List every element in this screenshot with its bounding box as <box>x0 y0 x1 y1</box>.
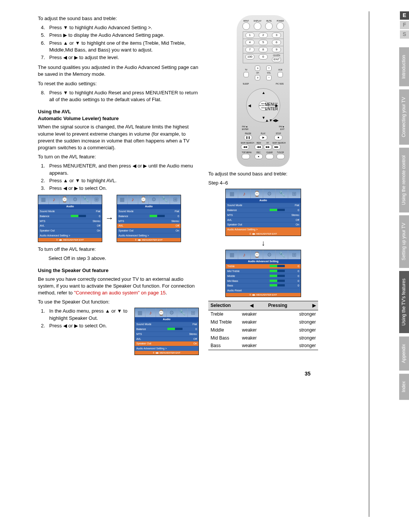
avl-desc: When the signal source is changed, the A… <box>38 124 199 151</box>
left-column: To adjust the sound bass and treble: 4.P… <box>38 15 199 355</box>
steps-reset: 8.Press ▼ to highlight Audio Reset and p… <box>41 89 199 103</box>
caption-adjust: To adjust the sound bass and treble: <box>208 171 318 177</box>
dpad-left-icon: ◀ <box>248 103 251 108</box>
table-row: Middleweakerstronger <box>208 326 318 334</box>
link-connecting-audio: "Connecting an audio system" on page 15 <box>74 290 165 296</box>
lang-tab-s: S <box>400 30 409 39</box>
osd-menu-avl-before: ▦♪⌚ ⚙🔧⊞AudioSound ModeFlatBalance0MTSSte… <box>38 195 102 242</box>
chapter-tab: Connecting your TV <box>399 89 409 145</box>
reset-intro: To reset the audio settings: <box>38 80 199 87</box>
avl-on-intro: To turn on the AVL feature: <box>38 153 199 160</box>
manual-page: To adjust the sound bass and treble: 4.P… <box>0 0 329 393</box>
dpad-up-icon: ▲ <box>262 90 265 95</box>
remote-input-button <box>242 22 250 30</box>
table-row: Mid Bassweakerstronger <box>208 334 318 342</box>
table-row: Bassweakerstronger <box>208 342 318 350</box>
speaker-out-desc: Be sure you have correctly connected you… <box>38 276 199 297</box>
chapter-tab: Using the TV's features <box>399 271 409 333</box>
caption-step: Step 4–6 <box>208 180 318 186</box>
page-number: 35 <box>38 370 311 378</box>
remote-control-diagram: INPUT DISPLAY MUTE POWER 123 456 789 100… <box>237 15 290 167</box>
osd-stack-right: ▦♪⌚ ⚙🔧⊞AudioSound ModeFlatBalance0MTSSte… <box>208 189 318 297</box>
note-saved: The sound qualities you adjusted in the … <box>38 64 199 78</box>
callout-menu-enter: MENU/ ENTER <box>265 102 279 111</box>
chapter-tab: Setting up your TV <box>399 215 409 268</box>
remote-stop-button: ■ <box>274 135 283 140</box>
remote-mute-button <box>265 22 273 30</box>
osd-avl-before-after: ▦♪⌚ ⚙🔧⊞AudioSound ModeFlatBalance0MTSSte… <box>38 195 199 242</box>
speaker-out-use: To use the Speaker Out function: <box>38 299 199 305</box>
heading-avl: Using the AVL Automatic Volume Leveler) … <box>38 108 199 122</box>
remote-callouts: MENU/ ENTER ▲▼◀▶ <box>265 102 279 130</box>
vertical-divider <box>369 11 369 517</box>
remote-display-button <box>254 22 261 30</box>
selection-table: Selection ◀ Pressing ▶ Trebleweakerstron… <box>208 301 318 350</box>
avl-off-intro: To turn off the AVL feature: <box>38 246 199 253</box>
lang-tab-f: F <box>400 21 409 29</box>
vol-down-icon: − <box>266 75 272 80</box>
osd-menu-avl-after: ▦♪⌚ ⚙🔧⊞AudioSound ModeFlatBalance0MTSSte… <box>117 195 181 242</box>
heading-speaker-out: Using the Speaker Out feature <box>38 267 199 274</box>
intro-bass-treble: To adjust the sound bass and treble: <box>38 15 199 22</box>
table-row: Mid Trebleweakerstronger <box>208 318 318 326</box>
chapter-tab: Index <box>399 374 409 400</box>
remote-play-button: ▶ <box>259 135 267 140</box>
callout-arrows: ▲▼◀▶ <box>265 118 279 123</box>
osd-menu-speaker: ▦♪⌚ ⚙🔧⊞AudioSound ModeFlatBalance0MTSSte… <box>134 308 199 355</box>
right-column: INPUT DISPLAY MUTE POWER 123 456 789 100… <box>208 15 318 355</box>
osd-menu-advanced-parent: ▦♪⌚ ⚙🔧⊞AudioSound ModeFlatBalance0MTSSte… <box>225 189 301 236</box>
steps-adjust: 4.Press ▼ to highlight Audio Advanced Se… <box>41 24 199 61</box>
arrow-down-icon: ↓ <box>261 238 265 248</box>
side-tabs: E F S IntroductionConnecting your TVUsin… <box>375 11 409 403</box>
chapter-tab: Appendix <box>399 336 409 371</box>
table-row: Trebleweakerstronger <box>208 310 318 318</box>
chapter-tab: Introduction <box>399 47 409 86</box>
arrow-right-icon: → <box>105 213 114 224</box>
steps-avl: 1.Press MENU/ENTER, and then press ◀ or … <box>41 163 199 192</box>
remote-pause-button: ❚❚ <box>244 135 252 140</box>
ch-down-icon: ∨ <box>255 75 260 80</box>
remote-power-button <box>276 22 284 30</box>
chapter-tab: Using the remote control <box>399 148 409 213</box>
ch-up-icon: ∧ <box>255 66 260 71</box>
avl-off-step: Select Off in step 3 above. <box>48 255 199 262</box>
vol-up-icon: + <box>266 66 272 71</box>
steps-speaker: 1.In the Audio menu, press ▲ or ▼ to hig… <box>41 308 128 330</box>
osd-menu-advanced-detail: ▦♪⌚ ⚙🔧⊞Audio Advanced SettingTreble0Mid … <box>225 250 301 297</box>
lang-tab-e: E <box>400 11 409 20</box>
